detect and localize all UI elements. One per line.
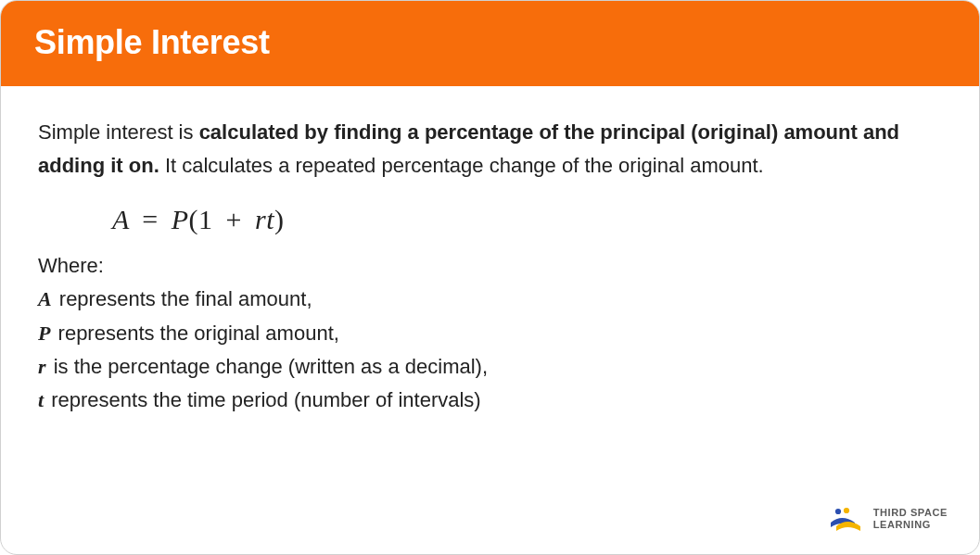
formula-r: r (255, 204, 266, 234)
def-text: represents the time period (number of in… (45, 388, 481, 411)
intro-paragraph: Simple interest is calculated by finding… (38, 116, 942, 183)
def-text: represents the final amount, (54, 287, 312, 310)
definitions: Where: A represents the final amount, P … (38, 249, 942, 417)
intro-tail: It calculates a repeated percentage chan… (159, 154, 764, 177)
def-line: A represents the final amount, (38, 283, 942, 316)
def-line: t represents the time period (number of … (38, 384, 942, 417)
def-text: represents the original amount, (52, 322, 338, 345)
formula-t: t (266, 204, 274, 234)
brand-logo-text: THIRD SPACE LEARNING (873, 507, 948, 530)
formula-equals: = (136, 204, 163, 234)
formula-close-paren: ) (274, 204, 285, 234)
formula-one: 1 (198, 204, 213, 234)
def-line: r is the percentage change (written as a… (38, 350, 942, 384)
card-title: Simple Interest (34, 23, 946, 62)
def-var: t (38, 388, 45, 411)
brand-line2: LEARNING (873, 519, 948, 531)
formula-open-paren: ( (189, 204, 199, 234)
where-label: Where: (38, 249, 942, 283)
svg-point-0 (835, 509, 841, 514)
def-line: P represents the original amount, (38, 317, 942, 350)
formula: A = P(1 + rt) (38, 193, 942, 248)
brand-footer: THIRD SPACE LEARNING (827, 506, 948, 532)
info-card: Simple Interest Simple interest is calcu… (0, 0, 980, 555)
brand-line1: THIRD SPACE (873, 507, 948, 519)
intro-lead: Simple interest is (38, 120, 199, 144)
def-var: P (38, 322, 52, 345)
brand-logo-icon (827, 506, 864, 532)
formula-plus: + (213, 204, 255, 234)
def-text: is the percentage change (written as a d… (48, 355, 488, 378)
card-header: Simple Interest (1, 1, 979, 86)
def-var: r (38, 355, 48, 378)
def-var: A (38, 287, 54, 310)
card-body: Simple interest is calculated by finding… (1, 86, 979, 436)
formula-P: P (172, 204, 189, 234)
formula-A: A (112, 204, 129, 234)
svg-point-1 (844, 508, 849, 513)
